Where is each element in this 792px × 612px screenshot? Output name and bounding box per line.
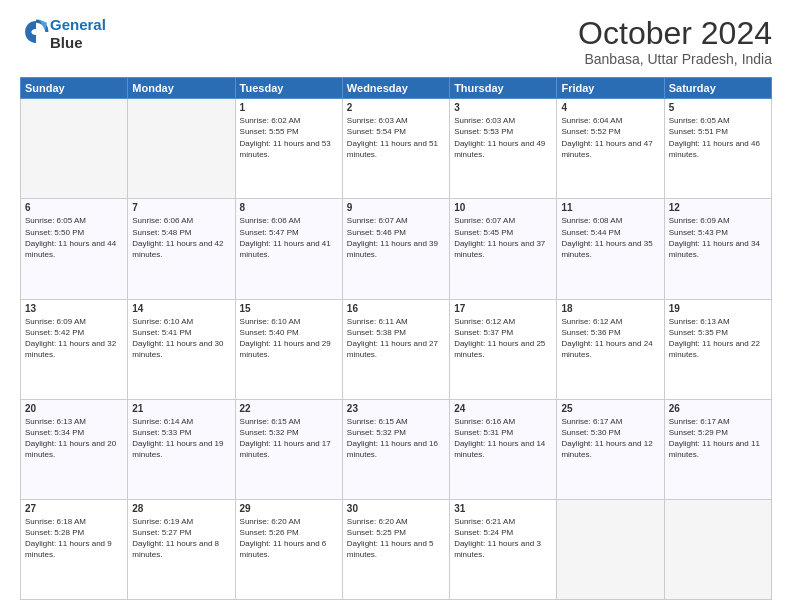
cell-sunset: Sunset: 5:32 PM: [240, 428, 299, 437]
day-number: 23: [347, 403, 445, 414]
cell-sunset: Sunset: 5:30 PM: [561, 428, 620, 437]
calendar-day-header: Thursday: [450, 78, 557, 99]
cell-sunset: Sunset: 5:31 PM: [454, 428, 513, 437]
cell-sunrise: Sunrise: 6:04 AM: [561, 116, 622, 125]
day-number: 14: [132, 303, 230, 314]
cell-sunrise: Sunrise: 6:06 AM: [240, 216, 301, 225]
cell-daylight: Daylight: 11 hours and 30 minutes.: [132, 339, 223, 359]
calendar-cell: 1Sunrise: 6:02 AMSunset: 5:55 PMDaylight…: [235, 99, 342, 199]
calendar-cell: 18Sunrise: 6:12 AMSunset: 5:36 PMDayligh…: [557, 299, 664, 399]
cell-sunset: Sunset: 5:43 PM: [669, 228, 728, 237]
day-number: 15: [240, 303, 338, 314]
day-number: 8: [240, 202, 338, 213]
calendar-cell: 21Sunrise: 6:14 AMSunset: 5:33 PMDayligh…: [128, 399, 235, 499]
calendar-cell: 5Sunrise: 6:05 AMSunset: 5:51 PMDaylight…: [664, 99, 771, 199]
calendar-cell: 30Sunrise: 6:20 AMSunset: 5:25 PMDayligh…: [342, 499, 449, 599]
cell-sunrise: Sunrise: 6:13 AM: [25, 417, 86, 426]
day-number: 4: [561, 102, 659, 113]
day-number: 5: [669, 102, 767, 113]
day-number: 28: [132, 503, 230, 514]
cell-daylight: Daylight: 11 hours and 20 minutes.: [25, 439, 116, 459]
day-number: 25: [561, 403, 659, 414]
calendar-cell: 14Sunrise: 6:10 AMSunset: 5:41 PMDayligh…: [128, 299, 235, 399]
day-number: 31: [454, 503, 552, 514]
cell-sunset: Sunset: 5:32 PM: [347, 428, 406, 437]
calendar-cell: 23Sunrise: 6:15 AMSunset: 5:32 PMDayligh…: [342, 399, 449, 499]
cell-daylight: Daylight: 11 hours and 44 minutes.: [25, 239, 116, 259]
cell-sunrise: Sunrise: 6:20 AM: [240, 517, 301, 526]
cell-sunset: Sunset: 5:29 PM: [669, 428, 728, 437]
logo-text: General Blue: [50, 16, 106, 52]
cell-sunset: Sunset: 5:33 PM: [132, 428, 191, 437]
calendar-cell: 7Sunrise: 6:06 AMSunset: 5:48 PMDaylight…: [128, 199, 235, 299]
calendar-cell: 17Sunrise: 6:12 AMSunset: 5:37 PMDayligh…: [450, 299, 557, 399]
cell-daylight: Daylight: 11 hours and 49 minutes.: [454, 139, 545, 159]
cell-sunrise: Sunrise: 6:15 AM: [347, 417, 408, 426]
cell-sunrise: Sunrise: 6:10 AM: [132, 317, 193, 326]
calendar-cell: 12Sunrise: 6:09 AMSunset: 5:43 PMDayligh…: [664, 199, 771, 299]
calendar-cell: 20Sunrise: 6:13 AMSunset: 5:34 PMDayligh…: [21, 399, 128, 499]
calendar-week-row: 1Sunrise: 6:02 AMSunset: 5:55 PMDaylight…: [21, 99, 772, 199]
page: General Blue October 2024 Banbasa, Uttar…: [0, 0, 792, 612]
day-number: 27: [25, 503, 123, 514]
cell-daylight: Daylight: 11 hours and 27 minutes.: [347, 339, 438, 359]
cell-sunset: Sunset: 5:26 PM: [240, 528, 299, 537]
day-number: 18: [561, 303, 659, 314]
day-number: 9: [347, 202, 445, 213]
calendar-cell: 16Sunrise: 6:11 AMSunset: 5:38 PMDayligh…: [342, 299, 449, 399]
cell-sunrise: Sunrise: 6:16 AM: [454, 417, 515, 426]
cell-daylight: Daylight: 11 hours and 12 minutes.: [561, 439, 652, 459]
calendar-cell: 24Sunrise: 6:16 AMSunset: 5:31 PMDayligh…: [450, 399, 557, 499]
calendar-day-header: Sunday: [21, 78, 128, 99]
cell-sunset: Sunset: 5:25 PM: [347, 528, 406, 537]
cell-daylight: Daylight: 11 hours and 6 minutes.: [240, 539, 327, 559]
calendar-cell: [557, 499, 664, 599]
day-number: 21: [132, 403, 230, 414]
cell-sunrise: Sunrise: 6:14 AM: [132, 417, 193, 426]
cell-sunrise: Sunrise: 6:13 AM: [669, 317, 730, 326]
day-number: 10: [454, 202, 552, 213]
logo-icon: [22, 18, 50, 46]
cell-sunrise: Sunrise: 6:18 AM: [25, 517, 86, 526]
cell-sunset: Sunset: 5:45 PM: [454, 228, 513, 237]
cell-daylight: Daylight: 11 hours and 16 minutes.: [347, 439, 438, 459]
cell-daylight: Daylight: 11 hours and 41 minutes.: [240, 239, 331, 259]
calendar-cell: 19Sunrise: 6:13 AMSunset: 5:35 PMDayligh…: [664, 299, 771, 399]
cell-daylight: Daylight: 11 hours and 29 minutes.: [240, 339, 331, 359]
cell-daylight: Daylight: 11 hours and 24 minutes.: [561, 339, 652, 359]
cell-sunset: Sunset: 5:38 PM: [347, 328, 406, 337]
cell-sunset: Sunset: 5:42 PM: [25, 328, 84, 337]
calendar-cell: 10Sunrise: 6:07 AMSunset: 5:45 PMDayligh…: [450, 199, 557, 299]
header: General Blue October 2024 Banbasa, Uttar…: [20, 16, 772, 67]
calendar-cell: 15Sunrise: 6:10 AMSunset: 5:40 PMDayligh…: [235, 299, 342, 399]
calendar-cell: 28Sunrise: 6:19 AMSunset: 5:27 PMDayligh…: [128, 499, 235, 599]
cell-sunrise: Sunrise: 6:21 AM: [454, 517, 515, 526]
day-number: 20: [25, 403, 123, 414]
calendar-cell: 22Sunrise: 6:15 AMSunset: 5:32 PMDayligh…: [235, 399, 342, 499]
cell-sunrise: Sunrise: 6:03 AM: [347, 116, 408, 125]
calendar-header-row: SundayMondayTuesdayWednesdayThursdayFrid…: [21, 78, 772, 99]
day-number: 12: [669, 202, 767, 213]
calendar-cell: 29Sunrise: 6:20 AMSunset: 5:26 PMDayligh…: [235, 499, 342, 599]
cell-sunset: Sunset: 5:27 PM: [132, 528, 191, 537]
cell-daylight: Daylight: 11 hours and 39 minutes.: [347, 239, 438, 259]
cell-daylight: Daylight: 11 hours and 42 minutes.: [132, 239, 223, 259]
day-number: 30: [347, 503, 445, 514]
cell-sunset: Sunset: 5:53 PM: [454, 127, 513, 136]
logo: General Blue: [20, 16, 106, 52]
calendar-cell: 4Sunrise: 6:04 AMSunset: 5:52 PMDaylight…: [557, 99, 664, 199]
cell-sunrise: Sunrise: 6:05 AM: [25, 216, 86, 225]
cell-sunset: Sunset: 5:36 PM: [561, 328, 620, 337]
day-number: 6: [25, 202, 123, 213]
cell-daylight: Daylight: 11 hours and 32 minutes.: [25, 339, 116, 359]
cell-sunset: Sunset: 5:40 PM: [240, 328, 299, 337]
cell-sunrise: Sunrise: 6:09 AM: [25, 317, 86, 326]
cell-sunset: Sunset: 5:37 PM: [454, 328, 513, 337]
calendar-week-row: 27Sunrise: 6:18 AMSunset: 5:28 PMDayligh…: [21, 499, 772, 599]
cell-daylight: Daylight: 11 hours and 22 minutes.: [669, 339, 760, 359]
calendar-cell: 27Sunrise: 6:18 AMSunset: 5:28 PMDayligh…: [21, 499, 128, 599]
day-number: 3: [454, 102, 552, 113]
cell-sunset: Sunset: 5:24 PM: [454, 528, 513, 537]
calendar-day-header: Monday: [128, 78, 235, 99]
cell-sunrise: Sunrise: 6:07 AM: [454, 216, 515, 225]
